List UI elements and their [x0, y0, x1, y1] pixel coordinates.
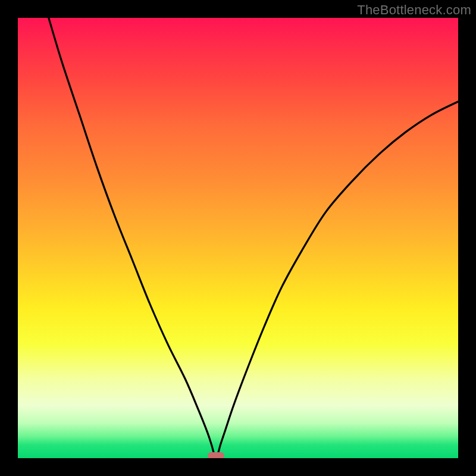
chart-frame: TheBottleneck.com: [0, 0, 476, 476]
plot-area: [18, 18, 458, 458]
minimum-marker: [208, 452, 224, 458]
bottleneck-curve: [18, 18, 458, 458]
watermark-text: TheBottleneck.com: [357, 2, 471, 18]
